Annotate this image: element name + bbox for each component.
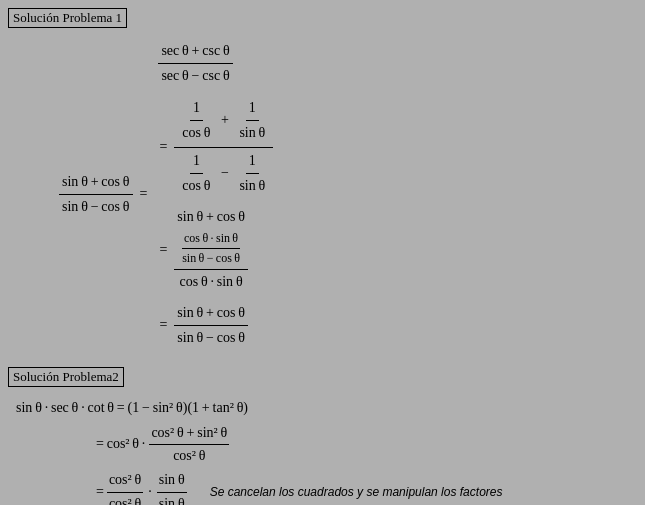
- inner-frac4-num: 1: [246, 149, 259, 174]
- step2-frac1: cos² θ cos² θ: [107, 469, 143, 505]
- rhs-frac4: sin θ + cos θ sin θ − cos θ: [174, 301, 248, 351]
- inner-frac-2: 1 sin θ: [236, 96, 268, 146]
- rhs-frac4-den: sin θ − cos θ: [174, 326, 248, 350]
- rhs-frac2-num: 1 cos θ + 1 sin θ: [174, 95, 273, 148]
- section2-title: Solución Problema2: [8, 367, 124, 387]
- rhs-step1: sec θ + csc θ sec θ − csc θ: [155, 39, 235, 89]
- step2-frac2-den: sin θ: [157, 493, 187, 505]
- rhs-frac3-num-sub: cos θ · sin θ sin θ − cos θ: [178, 240, 244, 254]
- section2-math: sin θ · sec θ · cot θ = (1 − sin² θ)(1 +…: [8, 391, 637, 505]
- sec2-step1: = cos² θ · cos² θ + sin² θ cos² θ: [96, 422, 629, 468]
- rhs-frac2: 1 cos θ + 1 sin θ: [174, 95, 273, 200]
- lhs-numerator: sin θ + cos θ: [59, 170, 133, 195]
- equals-3: =: [159, 239, 167, 261]
- equals-4: =: [159, 314, 167, 336]
- inner-frac1-num: 1: [190, 96, 203, 121]
- step2-note: Se cancelan los cuadrados y se manipulan…: [210, 483, 503, 502]
- cdot-1: ·: [148, 481, 152, 503]
- minus-sign: −: [221, 165, 229, 180]
- step2-frac2: sin θ sin θ: [157, 469, 187, 505]
- rhs-frac3: sin θ + cos θ cos θ · sin θ sin θ − cos …: [174, 205, 248, 294]
- section1-title: Solución Problema 1: [8, 8, 127, 28]
- section1: Solución Problema 1 sin θ + cos θ sin θ …: [8, 8, 637, 357]
- rhs-step4: = sin θ + cos θ sin θ − cos θ: [155, 301, 250, 351]
- step2-eq: =: [96, 481, 104, 503]
- inner-frac2-den: sin θ: [236, 121, 268, 145]
- inner-frac-cossin: cos θ · sin θ sin θ − cos θ: [180, 229, 242, 268]
- lhs-denominator: sin θ − cos θ: [59, 195, 133, 219]
- inner-frac1-den: cos θ: [179, 121, 213, 145]
- rhs-frac1-den: sec θ − csc θ: [158, 64, 232, 88]
- rhs-frac4-num: sin θ + cos θ: [174, 301, 248, 326]
- inner-frac-4: 1 sin θ: [236, 149, 268, 199]
- section1-math: sin θ + cos θ sin θ − cos θ = sec θ + cs…: [8, 32, 637, 357]
- rhs-frac1-num: sec θ + csc θ: [158, 39, 232, 64]
- frac-1-over-cos: 1 cos θ: [177, 112, 219, 127]
- inner-frac2-num: 1: [246, 96, 259, 121]
- rhs-frac3-num-text: sin θ + cos θ: [177, 209, 245, 224]
- rhs-step3: = sin θ + cos θ cos θ · sin θ sin θ − co…: [155, 205, 250, 294]
- lhs-fraction: sin θ + cos θ sin θ − cos θ: [59, 170, 133, 220]
- step2-frac2-num: sin θ: [157, 469, 187, 492]
- equals-2: =: [159, 136, 167, 158]
- plus-sign: +: [221, 112, 229, 127]
- section2: Solución Problema2 sin θ · sec θ · cot θ…: [8, 367, 637, 505]
- step1-frac-den: cos² θ: [171, 445, 207, 467]
- inner-frac4-den: sin θ: [236, 174, 268, 198]
- sec2-step2: = cos² θ cos² θ · sin θ sin θ Se cancela…: [96, 469, 629, 505]
- step2-frac1-den: cos² θ: [107, 493, 143, 505]
- rhs-frac3-den: cos θ · sin θ: [177, 270, 246, 294]
- step1-fraction: cos² θ + sin² θ cos² θ: [149, 422, 229, 468]
- rhs-frac2-den: 1 cos θ − 1 sin θ: [174, 148, 273, 200]
- step1-lhs: = cos² θ ·: [96, 433, 145, 455]
- inner-frac-1: 1 cos θ: [179, 96, 213, 146]
- step1-frac-num: cos² θ + sin² θ: [149, 422, 229, 445]
- rhs-step2: = 1 cos θ + 1 s: [155, 95, 276, 200]
- sec2-main-text: sin θ · sec θ · cot θ = (1 − sin² θ)(1 +…: [16, 397, 248, 419]
- sec2-main-line: sin θ · sec θ · cot θ = (1 − sin² θ)(1 +…: [16, 397, 629, 419]
- section1-rhs: sec θ + csc θ sec θ − csc θ = 1 cos θ: [155, 36, 276, 353]
- section1-main-line: sin θ + cos θ sin θ − cos θ = sec θ + cs…: [56, 36, 629, 353]
- rhs-frac3-num: sin θ + cos θ cos θ · sin θ sin θ − cos …: [174, 205, 248, 270]
- rhs-frac1: sec θ + csc θ sec θ − csc θ: [158, 39, 232, 89]
- step2-frac1-num: cos² θ: [107, 469, 143, 492]
- equals-1: =: [140, 183, 148, 205]
- inner-frac3-num: 1: [190, 149, 203, 174]
- inner-frac3-den: cos θ: [179, 174, 213, 198]
- inner-frac-3: 1 cos θ: [179, 149, 213, 199]
